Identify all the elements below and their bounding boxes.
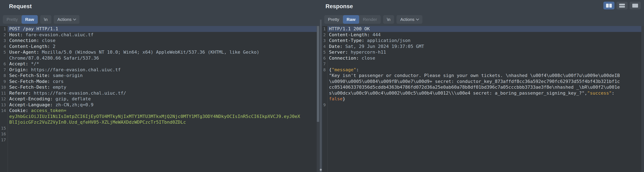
code-line-text[interactable]: [328, 102, 641, 108]
line-number: [0, 119, 8, 125]
code-line-text[interactable]: Connection: close: [328, 55, 641, 61]
code-line[interactable]: 11Referer: https://fare-evasion.chal.uiu…: [0, 90, 317, 96]
code-line-text[interactable]: [8, 125, 317, 131]
code-line-text[interactable]: [8, 137, 317, 143]
code-line-text[interactable]: Chrome/87.0.4280.66 Safari/537.36: [8, 55, 317, 61]
code-line-text[interactable]: Accept-Language: zh-CN,zh;q=0.9: [8, 102, 317, 108]
code-line[interactable]: "Key isn't passenger or conductor. Pleas…: [322, 73, 641, 79]
code-line-text[interactable]: BlIjoicGFzc2VuZ2VyIn0.Uzd_qfeHV05-XZLjMe…: [8, 119, 317, 125]
code-line-text[interactable]: HTTP/1.1 200 OK: [328, 26, 641, 32]
code-line-text[interactable]: Sec-Fetch-Dest: empty: [8, 84, 317, 90]
request-code-area[interactable]: 1POST /pay HTTP/1.12Host: fare-evasion.c…: [0, 26, 317, 172]
code-line-text[interactable]: Server: hypercorn-h11: [328, 49, 641, 55]
tab-label: Actions: [58, 17, 72, 22]
code-line-text[interactable]: cc0514063370356d5cddb4363b4786fd072d36a2…: [328, 84, 641, 90]
code-line-text[interactable]: Date: Sat, 29 Jun 2024 19:37:05 GMT: [328, 44, 641, 50]
code-line-text[interactable]: [328, 61, 641, 67]
code-line[interactable]: 3Content-Type: application/json: [322, 38, 641, 44]
code-line-text[interactable]: Content-Length: 2: [8, 44, 317, 50]
code-line[interactable]: 5User-Agent: Mozilla/5.0 (Windows NT 10.…: [0, 49, 317, 55]
code-line-text[interactable]: Content-Type: application/json: [328, 38, 641, 44]
code-line[interactable]: 13Accept-Language: zh-CN,zh;q=0.9: [0, 102, 317, 108]
tab-request-n[interactable]: \n: [40, 15, 51, 24]
code-line-text[interactable]: [8, 131, 317, 137]
code-line[interactable]: false}: [322, 96, 641, 102]
code-line[interactable]: 9Sec-Fetch-Mode: cors: [0, 79, 317, 85]
response-panel: Response PrettyRawRender\nActions 1HTTP/…: [322, 0, 644, 172]
tab-request-pretty[interactable]: Pretty: [3, 15, 22, 24]
single-pane-button[interactable]: [630, 2, 641, 9]
response-editor[interactable]: 1HTTP/1.1 200 OK2Content-Length: 4443Con…: [322, 26, 644, 172]
code-line[interactable]: 1HTTP/1.1 200 OK: [322, 26, 641, 32]
code-line-text[interactable]: {"message":: [328, 67, 641, 73]
code-line[interactable]: 15: [0, 125, 317, 131]
line-number: 7: [0, 67, 8, 73]
tab-response-n[interactable]: \n: [383, 15, 394, 24]
line-number: 17: [0, 137, 8, 143]
tab-request-actions[interactable]: Actions: [54, 15, 80, 24]
code-line[interactable]: 2Content-Length: 444: [322, 32, 641, 38]
code-line-text[interactable]: Sec-Fetch-Mode: cors: [8, 79, 317, 85]
splitter-grip-dot: [320, 169, 322, 171]
code-line-text[interactable]: Accept-Encoding: gzip, deflate: [8, 96, 317, 102]
line-number: 6: [322, 55, 328, 61]
code-line-text[interactable]: Origin: https://fare-evasion.chal.uiuc.t…: [8, 67, 317, 73]
code-line[interactable]: 8Sec-Fetch-Site: same-origin: [0, 73, 317, 79]
tab-label: Raw: [25, 17, 34, 22]
code-line-text[interactable]: "Key isn't passenger or conductor. Pleas…: [328, 73, 641, 79]
split-columns-button[interactable]: [603, 2, 614, 9]
code-line[interactable]: 5Server: hypercorn-h11: [322, 49, 641, 55]
tab-response-raw[interactable]: Raw: [343, 15, 359, 24]
response-code-area[interactable]: 1HTTP/1.1 200 OK2Content-Length: 4443Con…: [322, 26, 641, 172]
code-line-text[interactable]: Host: fare-evasion.chal.uiuc.tf: [8, 32, 317, 38]
code-line[interactable]: 9: [322, 102, 641, 108]
code-line[interactable]: 4Content-Length: 2: [0, 44, 317, 50]
panel-splitter[interactable]: [319, 0, 322, 172]
tab-response-actions[interactable]: Actions: [396, 15, 422, 24]
code-line[interactable]: 6Connection: close: [322, 55, 641, 61]
response-scrollbar[interactable]: [641, 26, 644, 172]
code-line[interactable]: 7: [322, 61, 641, 67]
code-line-text[interactable]: eyJhbGciOiJIUzI1NiIsImtpZCI6IjEyOTU4MTky…: [8, 114, 317, 120]
code-line-text[interactable]: \u0090\u0005\u0084\u009fB\u00e7\u00d9+ s…: [328, 79, 641, 85]
code-line[interactable]: 3Connection: close: [0, 38, 317, 44]
code-line[interactable]: 14Cookie: access_token=: [0, 108, 317, 114]
line-number: 8: [322, 67, 328, 73]
code-line[interactable]: eyJhbGciOiJIUzI1NiIsImtpZCI6IjEyOTU4MTky…: [0, 114, 317, 120]
code-line[interactable]: 8{"message":: [322, 67, 641, 73]
code-line-text[interactable]: Accept: */*: [8, 61, 317, 67]
line-number: 12: [0, 96, 8, 102]
code-line-text[interactable]: Referer: https://fare-evasion.chal.uiuc.…: [8, 90, 317, 96]
code-line-text[interactable]: s\u00dcx\u00c9\u00c4\u0002\u00c5\u00b4\u…: [328, 90, 641, 96]
code-line-text[interactable]: User-Agent: Mozilla/5.0 (Windows NT 10.0…: [8, 49, 317, 55]
request-scrollbar[interactable]: [317, 26, 319, 172]
single-pane-icon: [632, 4, 638, 7]
code-line-text[interactable]: Content-Length: 444: [328, 32, 641, 38]
code-line[interactable]: 1POST /pay HTTP/1.1: [0, 26, 317, 32]
code-line[interactable]: 7Origin: https://fare-evasion.chal.uiuc.…: [0, 67, 317, 73]
code-line[interactable]: \u0090\u0005\u0084\u009fB\u00e7\u00d9+ s…: [322, 79, 641, 85]
tab-request-raw[interactable]: Raw: [22, 15, 38, 24]
code-line[interactable]: BlIjoicGFzc2VuZ2VyIn0.Uzd_qfeHV05-XZLjMe…: [0, 119, 317, 125]
code-line[interactable]: 4Date: Sat, 29 Jun 2024 19:37:05 GMT: [322, 44, 641, 50]
code-line[interactable]: 16: [0, 131, 317, 137]
code-line-text[interactable]: Cookie: access_token=: [8, 108, 317, 114]
code-line[interactable]: 12Accept-Encoding: gzip, deflate: [0, 96, 317, 102]
code-line[interactable]: 2Host: fare-evasion.chal.uiuc.tf: [0, 32, 317, 38]
request-scrollbar-thumb[interactable]: [317, 26, 319, 122]
code-line-text[interactable]: POST /pay HTTP/1.1: [8, 26, 317, 32]
request-editor[interactable]: 1POST /pay HTTP/1.12Host: fare-evasion.c…: [0, 26, 319, 172]
code-line[interactable]: 17: [0, 137, 317, 143]
tab-response-pretty[interactable]: Pretty: [324, 15, 343, 24]
code-line[interactable]: 10Sec-Fetch-Dest: empty: [0, 84, 317, 90]
tab-response-render[interactable]: Render: [359, 15, 381, 24]
code-line-text[interactable]: Connection: close: [8, 38, 317, 44]
split-rows-button[interactable]: [616, 2, 628, 9]
code-line[interactable]: cc0514063370356d5cddb4363b4786fd072d36a2…: [322, 84, 641, 90]
splitter-bar: [320, 20, 322, 172]
code-line-text[interactable]: Sec-Fetch-Site: same-origin: [8, 73, 317, 79]
code-line[interactable]: s\u00dcx\u00c9\u00c4\u0002\u00c5\u00b4\u…: [322, 90, 641, 96]
code-line-text[interactable]: false}: [328, 96, 641, 102]
code-line[interactable]: Chrome/87.0.4280.66 Safari/537.36: [0, 55, 317, 61]
code-line[interactable]: 6Accept: */*: [0, 61, 317, 67]
